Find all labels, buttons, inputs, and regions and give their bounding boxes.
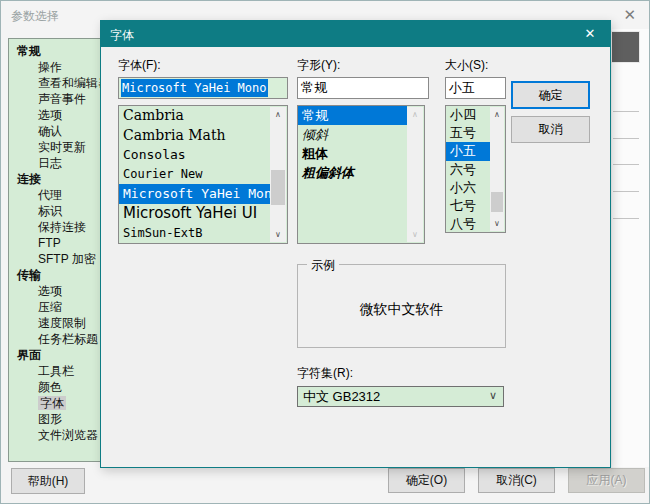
settings-tree[interactable]: 常规操作查看和编辑器声音事件选项确认实时更新日志连接代理标识保持连接FTPSFT…: [8, 38, 113, 462]
sidebar-item-label: SFTP 加密: [38, 252, 96, 266]
sidebar-item-保持连接[interactable]: 保持连接: [9, 219, 112, 235]
scroll-up-icon[interactable]: ∧: [270, 107, 286, 122]
list-item[interactable]: SimSun-ExtB: [119, 224, 270, 244]
scroll-up-icon: ∧: [407, 107, 423, 122]
ok-button[interactable]: 确定(O): [388, 468, 465, 493]
sidebar-item-字体[interactable]: 字体: [9, 395, 112, 411]
sidebar-item-声音事件[interactable]: 声音事件: [9, 91, 112, 107]
list-item[interactable]: 小四: [446, 106, 490, 124]
list-item[interactable]: 常规: [298, 106, 407, 125]
list-item[interactable]: Cambria Math: [119, 126, 270, 146]
scroll-down-icon[interactable]: ∨: [270, 227, 286, 242]
font-size-list[interactable]: 小四五号小五六号小六七号八号 ∧ ∨: [445, 105, 506, 233]
hidden-control-edge: [613, 111, 639, 112]
sidebar-item-label: 文件浏览器: [38, 428, 98, 442]
sidebar-item-label: 保持连接: [38, 220, 86, 234]
scroll-down-icon[interactable]: ∨: [490, 216, 504, 231]
help-button[interactable]: 帮助(H): [11, 468, 85, 494]
font-name-input[interactable]: Microsoft YaHei Mono: [118, 77, 288, 99]
list-item[interactable]: Courier New: [119, 165, 270, 185]
sidebar-item-label: 日志: [38, 156, 62, 170]
style-label: 字形(Y):: [297, 57, 340, 74]
font-label: 字体(F):: [118, 57, 161, 74]
scroll-down-icon: ∨: [407, 227, 423, 242]
window-title: 参数选择: [11, 8, 59, 25]
scroll-up-icon[interactable]: ∧: [490, 107, 504, 122]
hidden-control-edge: [613, 191, 639, 192]
sidebar-item-label: 传输: [17, 268, 41, 282]
list-item[interactable]: 六号: [446, 161, 490, 179]
list-item[interactable]: Microsoft YaHei Mon: [119, 184, 270, 204]
sidebar-item-图形[interactable]: 图形: [9, 411, 112, 427]
sidebar-item-查看和编辑器[interactable]: 查看和编辑器: [9, 75, 112, 91]
font-ok-button[interactable]: 确定: [511, 81, 590, 109]
sidebar-item-FTP[interactable]: FTP: [9, 235, 112, 251]
sidebar-item-确认[interactable]: 确认: [9, 123, 112, 139]
sidebar-item-选项[interactable]: 选项: [9, 107, 112, 123]
font-dialog: 字体 ✕ 字体(F): 字形(Y): 大小(S): Microsoft YaHe…: [100, 20, 611, 468]
sidebar-item-label: 任务栏标题: [38, 332, 98, 346]
sidebar-item-连接[interactable]: 连接: [9, 171, 112, 187]
size-label: 大小(S):: [445, 57, 488, 74]
sidebar-item-label: 选项: [38, 108, 62, 122]
sidebar-item-日志[interactable]: 日志: [9, 155, 112, 171]
scrollbar-thumb[interactable]: [491, 192, 503, 212]
hidden-panel-strip: [612, 29, 649, 467]
sidebar-item-label: 确认: [38, 124, 62, 138]
apply-button-disabled: 应用(A): [568, 468, 645, 493]
list-item[interactable]: Cambria: [119, 106, 270, 126]
font-size-input[interactable]: 小五: [445, 77, 506, 99]
sidebar-item-label: 颜色: [38, 380, 62, 394]
sidebar-item-label: 操作: [38, 60, 62, 74]
sidebar-item-选项[interactable]: 选项: [9, 283, 112, 299]
sidebar-item-label: 压缩: [38, 300, 62, 314]
sidebar-item-速度限制[interactable]: 速度限制: [9, 315, 112, 331]
sidebar-item-常规[interactable]: 常规: [9, 43, 112, 59]
font-style-list[interactable]: 常规倾斜粗体粗偏斜体 ∧ ∨: [297, 105, 425, 244]
list-item[interactable]: 粗偏斜体: [298, 163, 407, 182]
scrollbar-thumb[interactable]: [271, 170, 285, 205]
font-style-input[interactable]: 常规: [297, 77, 429, 99]
list-item[interactable]: 小五: [446, 142, 490, 160]
sidebar-item-工具栏[interactable]: 工具栏: [9, 363, 112, 379]
close-icon[interactable]: ✕: [570, 21, 610, 47]
sidebar-item-实时更新[interactable]: 实时更新: [9, 139, 112, 155]
sidebar-item-传输[interactable]: 传输: [9, 267, 112, 283]
font-name-list[interactable]: CambriaCambria MathConsolasCourier NewMi…: [118, 105, 288, 244]
sidebar-item-标识[interactable]: 标识: [9, 203, 112, 219]
font-dialog-title: 字体: [110, 27, 134, 44]
close-icon[interactable]: ✕: [623, 6, 636, 24]
sidebar-item-label: 字体: [38, 396, 66, 410]
sidebar-item-任务栏标题[interactable]: 任务栏标题: [9, 331, 112, 347]
sidebar-item-操作[interactable]: 操作: [9, 59, 112, 75]
charset-label: 字符集(R):: [297, 365, 353, 382]
hidden-control-edge: [613, 164, 639, 165]
cancel-button[interactable]: 取消(C): [478, 468, 555, 493]
sidebar-item-文件浏览器[interactable]: 文件浏览器: [9, 427, 112, 443]
list-item[interactable]: 粗体: [298, 144, 407, 163]
sidebar-item-颜色[interactable]: 颜色: [9, 379, 112, 395]
sidebar-item-代理[interactable]: 代理: [9, 187, 112, 203]
list-item[interactable]: 五号: [446, 124, 490, 142]
size-list-scrollbar[interactable]: ∧ ∨: [490, 107, 504, 231]
sidebar-item-label: 选项: [38, 284, 62, 298]
sidebar-item-界面[interactable]: 界面: [9, 347, 112, 363]
sidebar-item-label: 代理: [38, 188, 62, 202]
list-item[interactable]: 倾斜: [298, 125, 407, 144]
font-cancel-button[interactable]: 取消: [511, 116, 590, 143]
sidebar-item-label: FTP: [38, 236, 61, 250]
charset-select[interactable]: 中文 GB2312 ∨: [297, 386, 504, 407]
font-list-scrollbar[interactable]: ∧ ∨: [270, 107, 286, 242]
sample-groupbox: 示例 微软中文软件: [297, 264, 506, 348]
list-item[interactable]: 七号: [446, 197, 490, 215]
chevron-down-icon: ∨: [489, 387, 497, 406]
font-dialog-titlebar[interactable]: 字体 ✕: [101, 21, 610, 47]
list-item[interactable]: Microsoft YaHei UI: [119, 204, 270, 224]
list-item[interactable]: 小六: [446, 179, 490, 197]
list-item[interactable]: Consolas: [119, 145, 270, 165]
sidebar-item-压缩[interactable]: 压缩: [9, 299, 112, 315]
list-item[interactable]: 八号: [446, 215, 490, 233]
hidden-control-edge: [613, 218, 639, 219]
sidebar-item-label: 图形: [38, 412, 62, 426]
sidebar-item-SFTP 加密[interactable]: SFTP 加密: [9, 251, 112, 267]
